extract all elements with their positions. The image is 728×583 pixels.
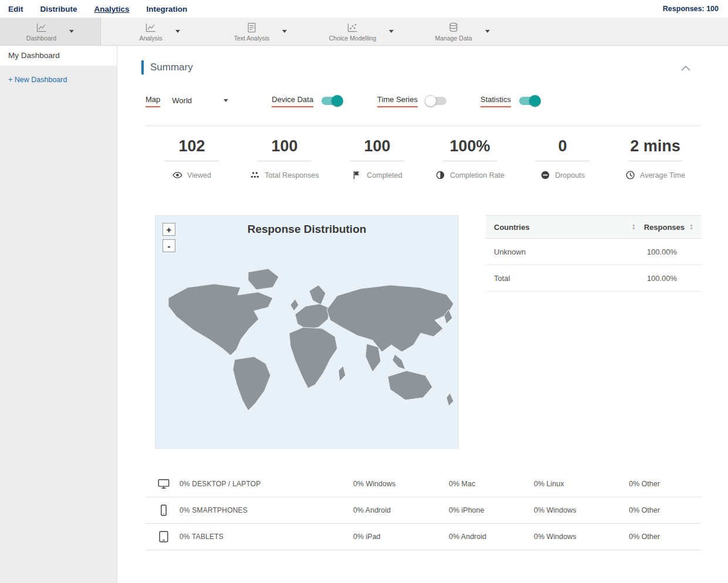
- map-label: Map: [145, 95, 160, 107]
- toolbar-dashboard[interactable]: Dashboard: [0, 18, 101, 45]
- document-chart-icon: [246, 22, 258, 33]
- map-uk: [290, 299, 299, 311]
- stat-label: Viewed: [187, 171, 211, 179]
- desktop-icon: [157, 477, 170, 490]
- toggle-knob: [529, 95, 541, 107]
- nav-distribute[interactable]: Distribute: [40, 5, 77, 13]
- device-data-label: Device Data: [272, 95, 313, 107]
- minus-circle-icon: [540, 170, 550, 180]
- stat-average-time: 2 mins Average Time: [609, 137, 702, 180]
- map-asia: [327, 285, 453, 352]
- chevron-down-icon[interactable]: [69, 30, 74, 33]
- toolbar-analysis[interactable]: Analysis: [109, 18, 210, 45]
- stat-label: Average Time: [640, 171, 685, 179]
- device-value: 0% Linux: [534, 480, 629, 488]
- statistics-label: Statistics: [480, 95, 511, 107]
- toolbar-manage-data-label: Manage Data: [435, 35, 472, 42]
- map-north-america: [168, 284, 273, 355]
- clock-icon: [625, 170, 635, 180]
- stat-divider: [628, 161, 682, 161]
- toolbar-text-analysis[interactable]: Text Analysis: [210, 18, 311, 45]
- chevron-down-icon[interactable]: [485, 30, 490, 33]
- device-category: 0% DESKTOP / LAPTOP: [180, 480, 353, 488]
- nav-integration[interactable]: Integration: [147, 5, 188, 13]
- stat-dropouts: 0 Dropouts: [516, 137, 609, 180]
- response-distribution-map: Response Distribution + -: [155, 215, 459, 449]
- sort-icon[interactable]: ▲▼: [689, 223, 693, 231]
- stat-divider: [165, 161, 219, 161]
- collapse-section-icon[interactable]: [680, 65, 691, 72]
- summary-accent-bar: [141, 60, 144, 74]
- device-value: 0% Other: [629, 506, 702, 514]
- stat-value: 2 mins: [609, 137, 702, 155]
- map-europe: [295, 304, 330, 330]
- table-row: 0% TABLETS 0% iPad 0% Android 0% Windows…: [145, 524, 702, 550]
- map-india: [365, 344, 381, 372]
- stat-value: 100%: [424, 137, 516, 155]
- flag-icon: [352, 170, 362, 180]
- toolbar-dashboard-label: Dashboard: [26, 35, 56, 42]
- chevron-down-icon[interactable]: [175, 30, 180, 33]
- eye-icon: [172, 170, 182, 180]
- table-row: Unknown 100.00%: [486, 239, 702, 265]
- statistics-toggle[interactable]: [519, 97, 540, 105]
- chevron-down-icon[interactable]: [282, 30, 287, 33]
- line-chart-icon: [36, 22, 48, 33]
- smartphone-icon: [157, 504, 170, 517]
- sort-icon[interactable]: ▲▼: [632, 223, 636, 231]
- stat-divider: [443, 161, 497, 161]
- top-navigation: Edit Distribute Analytics Integration Re…: [0, 0, 728, 18]
- map-africa: [289, 327, 337, 388]
- responses-column-header[interactable]: Responses: [644, 223, 685, 232]
- toolbar-choice-modelling[interactable]: Choice Modelling: [311, 18, 412, 45]
- device-value: 0% Other: [629, 533, 702, 541]
- countries-table-header: Countries ▲▼ Responses ▲▼: [486, 215, 702, 239]
- responses-count: Responses: 100: [663, 5, 719, 13]
- toolbar-choice-modelling-label: Choice Modelling: [329, 35, 377, 42]
- map-australia: [388, 371, 432, 400]
- section-divider: [145, 126, 702, 126]
- main-content: Summary Map World Device Data Time Serie…: [117, 46, 728, 583]
- country-responses: 100.00%: [647, 274, 677, 283]
- chevron-down-icon[interactable]: [389, 30, 394, 33]
- device-value: 0% Windows: [534, 533, 629, 541]
- analytics-toolbar: Dashboard Analysis Text Analysis Choice …: [0, 18, 728, 46]
- stat-divider: [258, 161, 311, 161]
- toggle-knob: [425, 95, 436, 107]
- database-icon: [448, 22, 459, 33]
- countries-column-header[interactable]: Countries: [494, 223, 530, 232]
- map-region-select[interactable]: World: [172, 96, 228, 106]
- app-window: Edit Distribute Analytics Integration Re…: [0, 0, 728, 583]
- world-map[interactable]: [155, 239, 459, 445]
- summary-section-header: Summary: [145, 60, 702, 75]
- new-dashboard-button[interactable]: + New Dashboard: [8, 76, 109, 84]
- nav-edit[interactable]: Edit: [8, 5, 23, 13]
- stats-row: 102 Viewed 100 Total Responses: [145, 137, 702, 180]
- toolbar-manage-data[interactable]: Manage Data: [412, 18, 513, 45]
- stat-viewed: 102 Viewed: [145, 137, 238, 180]
- sidebar-item-my-dashboard[interactable]: My Dashboard: [0, 46, 117, 66]
- stat-label: Total Responses: [265, 171, 319, 179]
- map-scandinavia: [309, 285, 326, 305]
- time-series-toggle[interactable]: [426, 97, 446, 105]
- stat-divider: [350, 161, 404, 161]
- stat-completion-rate: 100% Completion Rate: [424, 137, 516, 180]
- country-name: Unknown: [494, 248, 647, 256]
- stat-value: 100: [331, 137, 424, 155]
- table-row: 0% DESKTOP / LAPTOP 0% Windows 0% Mac 0%…: [145, 471, 702, 497]
- line-chart-icon: [145, 22, 157, 33]
- stat-total-responses: 100 Total Responses: [238, 137, 331, 180]
- device-data-table: 0% DESKTOP / LAPTOP 0% Windows 0% Mac 0%…: [145, 471, 702, 550]
- table-row: 0% SMARTPHONES 0% Android 0% iPhone 0% W…: [145, 497, 702, 524]
- device-value: 0% Android: [449, 533, 534, 541]
- device-value: 0% Windows: [353, 480, 449, 488]
- nav-analytics[interactable]: Analytics: [94, 5, 130, 13]
- map-new-zealand: [446, 393, 453, 406]
- device-value: 0% Android: [353, 506, 449, 514]
- zoom-in-button[interactable]: +: [162, 223, 175, 236]
- device-value: 0% Other: [629, 480, 702, 488]
- country-responses: 100.00%: [647, 248, 677, 256]
- device-data-toggle[interactable]: [321, 97, 342, 105]
- toggle-knob: [331, 95, 343, 107]
- device-category: 0% SMARTPHONES: [180, 506, 353, 514]
